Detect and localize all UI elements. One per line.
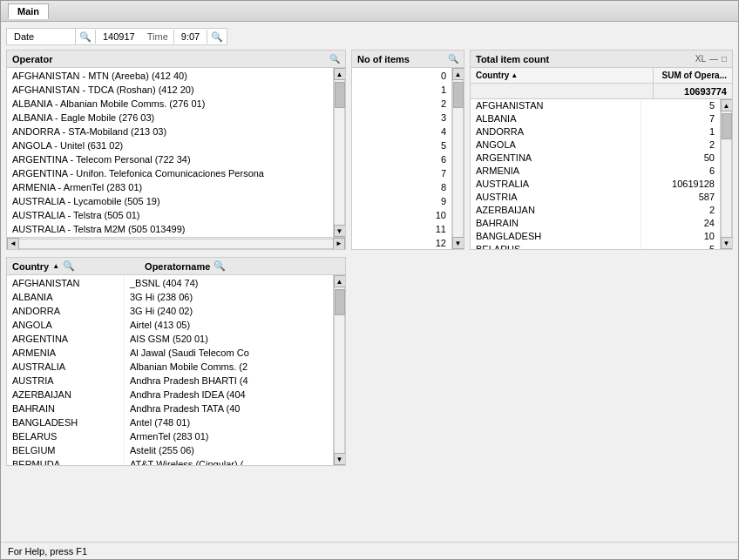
- country-row[interactable]: BELGIUMAstelit (255 06): [7, 442, 333, 456]
- summary-row[interactable]: AFGHANISTAN5: [471, 99, 720, 112]
- scroll-down-btn[interactable]: ▼: [721, 237, 733, 249]
- list-item[interactable]: 7: [352, 165, 451, 179]
- operator-scrollbar[interactable]: ▲ ▼: [333, 68, 345, 237]
- scroll-track[interactable]: [334, 287, 345, 453]
- scroll-up-btn[interactable]: ▲: [334, 68, 346, 80]
- list-item[interactable]: AUSTRALIA - Telstra (505 01): [7, 207, 333, 221]
- list-item[interactable]: ALBANIA - Albanian Mobile Comms. (276 01…: [7, 96, 333, 110]
- summary-row[interactable]: BANGLADESH10: [471, 230, 720, 243]
- list-item[interactable]: 5: [352, 138, 451, 152]
- summary-icon-xl[interactable]: XL: [695, 54, 706, 64]
- hscroll-track[interactable]: [19, 239, 333, 249]
- summary-row[interactable]: ANGOLA2: [471, 138, 720, 152]
- country-row[interactable]: ANGOLAAirtel (413 05): [7, 317, 333, 331]
- list-item[interactable]: 2: [352, 96, 451, 110]
- list-item[interactable]: 11: [352, 221, 451, 235]
- operator-search-icon[interactable]: 🔍: [329, 54, 340, 64]
- list-item[interactable]: ARGENTINA - Unifon. Telefonica Comunicac…: [7, 165, 333, 179]
- country-row[interactable]: BAHRAINAndhra Pradesh TATA (40: [7, 401, 333, 415]
- title-tab-label: Main: [17, 6, 39, 17]
- list-item[interactable]: ANGOLA - Unitel (631 02): [7, 138, 333, 152]
- country-row[interactable]: ARGENTINAAIS GSM (520 01): [7, 331, 333, 345]
- country-row[interactable]: AUSTRALIAAlbanian Mobile Comms. (2: [7, 359, 333, 373]
- list-item[interactable]: AUSTRALIA - Lycamobile (505 19): [7, 193, 333, 207]
- summary-row[interactable]: ALBANIA7: [471, 112, 720, 125]
- main-tab[interactable]: Main: [8, 3, 49, 19]
- search-icon-date[interactable]: 🔍: [76, 30, 95, 44]
- summary-row[interactable]: ARMENIA6: [471, 165, 720, 178]
- scroll-up-btn[interactable]: ▲: [452, 68, 464, 80]
- scroll-up-btn[interactable]: ▲: [334, 275, 346, 287]
- noofitems-scrollbar[interactable]: ▲ ▼: [451, 68, 464, 249]
- list-item[interactable]: AUSTRALIA - Telstra M2M (505 013499): [7, 221, 333, 235]
- hscroll-right-btn[interactable]: ►: [333, 238, 345, 250]
- scroll-down-btn[interactable]: ▼: [452, 237, 464, 249]
- scroll-thumb[interactable]: [453, 82, 464, 108]
- country-row[interactable]: ARMENIAAl Jawal (Saudi Telecom Co: [7, 345, 333, 359]
- country-row[interactable]: BERMUDAAT&T Wireless (Cingular) (: [7, 456, 333, 465]
- list-item[interactable]: 8: [352, 179, 451, 193]
- time-label-text: Time: [142, 30, 173, 44]
- country-search-icon[interactable]: 🔍: [63, 260, 75, 272]
- country-col1-header: Country: [12, 261, 49, 272]
- scroll-down-btn[interactable]: ▼: [334, 225, 346, 237]
- country-scrollbar[interactable]: ▲ ▼: [333, 275, 345, 465]
- scroll-thumb[interactable]: [335, 289, 345, 315]
- noofitems-title: No of items: [357, 54, 410, 64]
- noofitems-list: 0 1 2 3 4 5 6 7 8 9 10 11 12 13: [352, 68, 451, 249]
- list-item[interactable]: 6: [352, 152, 451, 165]
- country-row[interactable]: ANDORRA3G Hi (240 02): [7, 303, 333, 317]
- list-item[interactable]: ARGENTINA - Telecom Personal (722 34): [7, 152, 333, 165]
- scroll-track[interactable]: [452, 80, 464, 237]
- summary-data-area: AFGHANISTAN5 ALBANIA7 ANDORRA1 ANGOLA2 A…: [471, 99, 732, 249]
- date-value: 140917: [95, 30, 142, 44]
- summary-scrollbar[interactable]: ▲ ▼: [720, 99, 732, 249]
- summary-row[interactable]: AUSTRALIA10619128: [471, 178, 720, 191]
- summary-icon-restore[interactable]: □: [722, 54, 727, 64]
- scroll-thumb[interactable]: [722, 113, 732, 139]
- summary-row[interactable]: AZERBAIJAN2: [471, 204, 720, 217]
- summary-row[interactable]: ARGENTINA50: [471, 152, 720, 165]
- country-panel-header: Country ▲ 🔍 Operatorname 🔍: [7, 258, 345, 275]
- list-item[interactable]: ANDORRA - STA-Mobiland (213 03): [7, 124, 333, 138]
- operator-panel-header: Operator 🔍: [7, 51, 345, 68]
- country-row[interactable]: AUSTRIAAndhra Pradesh BHARTI (4: [7, 373, 333, 387]
- summary-icon-minimize[interactable]: —: [709, 54, 718, 64]
- list-item[interactable]: 0: [352, 68, 451, 82]
- summary-icons: XL — □: [695, 54, 727, 64]
- list-item[interactable]: 12: [352, 235, 451, 249]
- summary-row[interactable]: ANDORRA1: [471, 125, 720, 138]
- scroll-track[interactable]: [721, 111, 732, 237]
- country-row[interactable]: BELARUSArmenTel (283 01): [7, 428, 333, 442]
- list-item[interactable]: 9: [352, 193, 451, 207]
- search-icon-time[interactable]: 🔍: [207, 30, 227, 44]
- noofitems-panel: No of items 🔍 0 1 2 3 4 5 6 7 8 9: [351, 50, 464, 250]
- list-item[interactable]: ARMENIA - ArmenTel (283 01): [7, 179, 333, 193]
- summary-row[interactable]: BAHRAIN24: [471, 217, 720, 230]
- list-item[interactable]: 4: [352, 124, 451, 138]
- summary-row[interactable]: AUSTRIA587: [471, 191, 720, 204]
- noofitems-search-icon[interactable]: 🔍: [448, 54, 458, 64]
- list-item[interactable]: 10: [352, 207, 451, 221]
- scroll-up-btn[interactable]: ▲: [721, 99, 733, 111]
- country-row[interactable]: AFGHANISTAN_BSNL (404 74): [7, 275, 333, 289]
- time-section: 🔍 140917 Time 9:07 🔍: [76, 28, 227, 45]
- country-sort-icon: ▲: [52, 262, 59, 270]
- list-item[interactable]: 1: [352, 82, 451, 96]
- country-col2-search-icon[interactable]: 🔍: [214, 260, 226, 272]
- scroll-thumb[interactable]: [335, 82, 345, 108]
- scroll-track[interactable]: [334, 80, 345, 225]
- country-row[interactable]: ALBANIA3G Hi (238 06): [7, 289, 333, 303]
- summary-panel-header: Total item count XL — □: [471, 51, 732, 68]
- list-item[interactable]: AFGHANISTAN - MTN (Areeba) (412 40): [7, 68, 333, 82]
- hscroll-left-btn[interactable]: ◄: [7, 238, 19, 250]
- country-row[interactable]: AZERBAIJANAndhra Pradesh IDEA (404: [7, 387, 333, 401]
- summary-row[interactable]: BELARUS5: [471, 243, 720, 249]
- list-item[interactable]: AFGHANISTAN - TDCA (Roshan) (412 20): [7, 82, 333, 96]
- country-row[interactable]: BANGLADESHAntel (748 01): [7, 415, 333, 428]
- list-item[interactable]: ALBANIA - Eagle Mobile (276 03): [7, 110, 333, 124]
- scroll-down-btn[interactable]: ▼: [334, 453, 346, 465]
- list-item[interactable]: 3: [352, 110, 451, 124]
- date-text: Date: [14, 31, 34, 42]
- operator-hscroll[interactable]: ◄ ►: [7, 237, 345, 249]
